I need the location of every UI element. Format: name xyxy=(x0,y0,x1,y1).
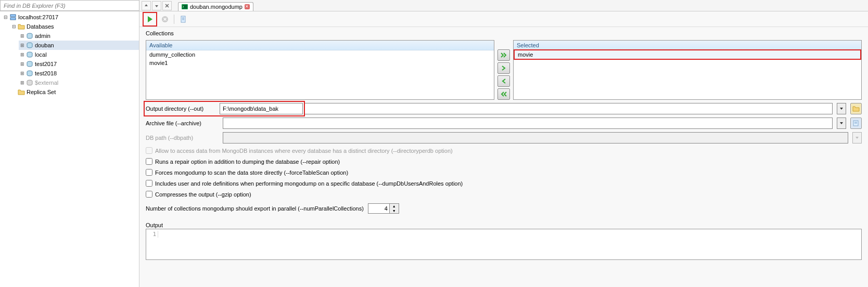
tree-db-label: test2018 xyxy=(35,70,57,76)
dbpath-input xyxy=(223,132,848,144)
move-all-right-button[interactable] xyxy=(497,49,510,61)
parallel-input[interactable] xyxy=(368,204,389,213)
database-icon xyxy=(26,32,33,40)
dirperdb-label: Allow to access data from MongoDB instan… xyxy=(155,148,453,154)
collections-label: Collections xyxy=(146,30,862,37)
archive-browse-button[interactable] xyxy=(850,118,862,129)
svg-rect-2 xyxy=(10,15,16,17)
spin-down-button[interactable]: ▼ xyxy=(390,208,399,213)
repair-checkbox[interactable] xyxy=(146,158,152,165)
database-icon xyxy=(26,60,33,68)
dumpusers-checkbox[interactable] xyxy=(146,180,152,187)
db-explorer-tree[interactable]: ⊟ localhost:27017 ⊟ Databases ⊞ admin xyxy=(0,11,139,287)
expander-icon[interactable]: ⊞ xyxy=(19,79,26,86)
gzip-checkbox[interactable] xyxy=(146,191,152,198)
find-prev-button[interactable] xyxy=(142,1,151,10)
outdir-dropdown-button[interactable] xyxy=(837,103,846,114)
find-placeholder: Find in DB Explorer (F3) xyxy=(4,3,66,9)
expander-icon[interactable]: ⊞ xyxy=(19,42,26,49)
tree-db-label: admin xyxy=(35,33,50,39)
outdir-browse-button[interactable] xyxy=(850,103,862,114)
tab-title: douban.mongodump xyxy=(190,4,242,10)
move-right-button[interactable] xyxy=(497,62,510,74)
tree-db-test2018[interactable]: ⊞ test2018 xyxy=(19,69,139,78)
output-label: Output xyxy=(146,222,862,229)
tree-db-test2017[interactable]: ⊞ test2017 xyxy=(19,59,139,69)
dbpath-label: DB path (--dbpath) xyxy=(146,135,219,141)
tree-root-label: localhost:27017 xyxy=(18,14,58,20)
output-line-number: 1 xyxy=(149,231,158,238)
expander-icon[interactable]: ⊞ xyxy=(19,32,26,40)
tree-replica-folder[interactable]: ⊞ Replica Set xyxy=(10,87,139,97)
server-icon xyxy=(9,14,17,21)
archive-input[interactable] xyxy=(223,118,833,129)
repair-label: Runs a repair option in addition to dump… xyxy=(155,159,340,165)
forcescan-checkbox-row[interactable]: Forces mongodump to scan the data store … xyxy=(146,168,862,176)
dumpusers-label: Includes user and role definitions when … xyxy=(155,180,463,187)
find-input[interactable]: Find in DB Explorer (F3) xyxy=(0,0,139,11)
list-item[interactable]: dummy_collection xyxy=(146,50,494,59)
tree-db-douban[interactable]: ⊞ douban xyxy=(19,41,139,50)
repair-checkbox-row[interactable]: Runs a repair option in addition to dump… xyxy=(146,158,862,165)
spin-up-button[interactable]: ▲ xyxy=(390,204,399,208)
available-listbox[interactable]: Available dummy_collection movie1 xyxy=(146,40,494,100)
selected-listbox[interactable]: Selected movie xyxy=(513,40,862,100)
tab-close-icon[interactable]: ✕ xyxy=(245,4,250,9)
dbpath-dropdown-button xyxy=(852,132,862,144)
forcescan-label: Forces mongodump to scan the data store … xyxy=(155,169,348,176)
output-box[interactable]: 1 xyxy=(146,229,862,260)
expander-icon[interactable]: ⊞ xyxy=(19,60,26,68)
tree-db-external[interactable]: ⊞ $external xyxy=(19,78,139,87)
dirperdb-checkbox xyxy=(146,147,152,154)
move-left-button[interactable] xyxy=(497,75,510,87)
svg-rect-3 xyxy=(10,18,16,20)
dirperdb-checkbox-row: Allow to access data from MongoDB instan… xyxy=(146,147,862,154)
archive-label: Archive file (--archive) xyxy=(146,120,219,126)
terminal-icon xyxy=(182,4,188,10)
parallel-label: Number of collections mongodump should e… xyxy=(146,205,364,212)
dumpusers-checkbox-row[interactable]: Includes user and role definitions when … xyxy=(146,179,862,187)
outdir-input[interactable] xyxy=(220,103,303,114)
tree-db-admin[interactable]: ⊞ admin xyxy=(19,31,139,41)
parallel-spinner[interactable]: ▲ ▼ xyxy=(368,203,399,214)
toolbar-separator xyxy=(174,15,174,24)
tree-db-label: douban xyxy=(35,42,54,48)
tree-databases-label: Databases xyxy=(27,23,54,30)
list-item[interactable]: movie xyxy=(514,49,861,60)
tree-databases-folder[interactable]: ⊟ Databases xyxy=(10,22,139,31)
tree-db-label: test2017 xyxy=(35,61,57,67)
archive-dropdown-button[interactable] xyxy=(837,118,846,129)
find-close-button[interactable] xyxy=(162,1,172,10)
database-icon xyxy=(26,42,33,49)
outdir-label: Output directory (--out) xyxy=(146,106,219,112)
gzip-checkbox-row[interactable]: Compresses the output (--gzip option) xyxy=(146,190,862,198)
expander-icon[interactable]: ⊞ xyxy=(19,51,26,58)
tree-db-local[interactable]: ⊞ local xyxy=(19,50,139,59)
move-all-left-button[interactable] xyxy=(497,88,510,100)
forcescan-checkbox[interactable] xyxy=(146,169,152,176)
expander-icon[interactable]: ⊟ xyxy=(2,14,9,21)
find-next-button[interactable] xyxy=(152,1,161,10)
database-icon xyxy=(26,51,33,58)
folder-icon xyxy=(18,88,25,96)
list-item[interactable]: movie1 xyxy=(146,59,494,67)
stop-button[interactable] xyxy=(159,14,171,25)
document-button[interactable] xyxy=(177,14,189,25)
expander-icon[interactable]: ⊞ xyxy=(19,70,26,77)
tree-db-label: $external xyxy=(35,80,58,86)
folder-icon xyxy=(18,23,25,30)
svg-rect-11 xyxy=(181,16,185,22)
outdir-input-ext[interactable] xyxy=(305,103,833,114)
tab-douban-mongodump[interactable]: douban.mongodump ✕ xyxy=(178,2,253,11)
tree-root[interactable]: ⊟ localhost:27017 xyxy=(2,12,139,22)
svg-rect-1 xyxy=(182,5,187,9)
tree-db-label: local xyxy=(35,51,47,58)
gzip-label: Compresses the output (--gzip option) xyxy=(155,191,251,198)
database-icon xyxy=(26,70,33,77)
expander-icon[interactable]: ⊟ xyxy=(10,23,18,30)
database-icon xyxy=(26,79,33,86)
available-header: Available xyxy=(146,41,494,50)
tree-replica-label: Replica Set xyxy=(27,89,56,95)
run-button[interactable] xyxy=(144,14,156,25)
